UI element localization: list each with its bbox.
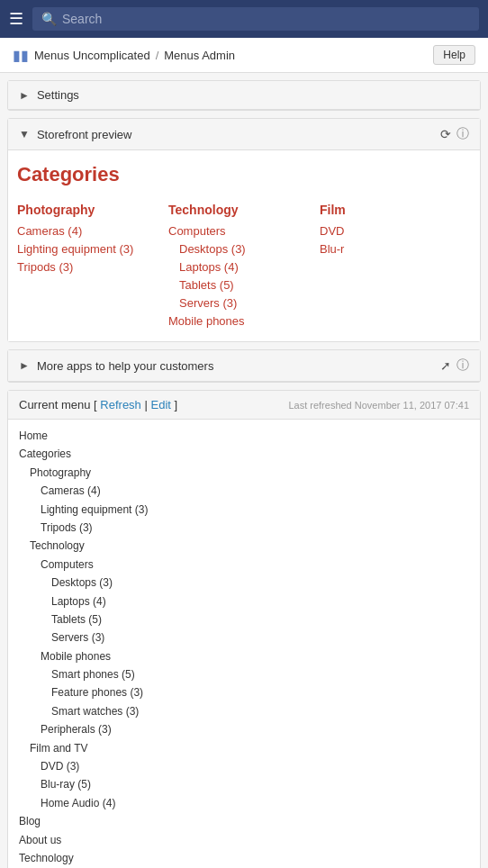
menu-tree: HomeCategoriesPhotographyCameras (4)Ligh… (8, 420, 480, 868)
top-nav: ☰ 🔍 Search (0, 0, 488, 38)
tree-item[interactable]: Lighting equipment (3) (19, 501, 469, 519)
more-apps-help-icon[interactable]: ⓘ (456, 357, 469, 374)
more-apps-arrow-icon: ► (19, 359, 30, 372)
tree-item[interactable]: Film and TV (19, 739, 469, 757)
category-col-technology: Technology Computers Desktops (3) Laptop… (168, 203, 320, 332)
tree-item[interactable]: Home Audio (4) (19, 794, 469, 812)
settings-arrow-icon: ► (19, 89, 30, 102)
category-item[interactable]: Blu-r (320, 242, 462, 256)
category-item[interactable]: Tablets (5) (168, 278, 311, 292)
category-item[interactable]: Lighting equipment (3) (17, 242, 159, 256)
edit-link[interactable]: Edit (151, 398, 171, 411)
tree-item[interactable]: Tripods (3) (19, 519, 469, 537)
category-item[interactable]: Tripods (3) (17, 260, 159, 274)
categories-heading: Categories (17, 159, 471, 190)
settings-panel-title: Settings (37, 88, 469, 102)
breadcrumb-bar: ▮▮ Menus Uncomplicated / Menus Admin Hel… (0, 38, 488, 73)
category-item[interactable]: Mobile phones (168, 314, 311, 328)
refresh-link[interactable]: Refresh (100, 398, 141, 411)
tree-item[interactable]: Peripherals (3) (19, 720, 469, 738)
category-item[interactable]: Cameras (4) (17, 224, 159, 238)
more-apps-link-icon[interactable]: ➚ (440, 358, 451, 373)
storefront-help-icon[interactable]: ⓘ (456, 126, 469, 142)
category-col-title-film[interactable]: Film (320, 203, 462, 217)
hamburger-icon[interactable]: ☰ (9, 9, 23, 29)
search-bar[interactable]: 🔍 Search (32, 7, 479, 31)
tree-item[interactable]: Smart watches (3) (19, 702, 469, 720)
current-menu-timestamp: Last refreshed November 11, 2017 07:41 (288, 400, 469, 411)
breadcrumb: ▮▮ Menus Uncomplicated / Menus Admin (13, 47, 235, 64)
more-apps-panel-title: More apps to help your customers (37, 359, 435, 373)
more-apps-panel-header[interactable]: ► More apps to help your customers ➚ ⓘ (8, 350, 480, 382)
tree-item[interactable]: Tablets (5) (19, 610, 469, 628)
current-menu-label: Current menu [ (19, 398, 97, 411)
help-button[interactable]: Help (433, 45, 475, 65)
more-apps-panel: ► More apps to help your customers ➚ ⓘ (7, 349, 481, 383)
tree-item[interactable]: Desktops (3) (19, 574, 469, 592)
storefront-panel: ▼ Storefront preview ⟳ ⓘ Categories Phot… (7, 118, 481, 342)
category-item[interactable]: Desktops (3) (168, 242, 311, 256)
tree-item[interactable]: Cameras (4) (19, 482, 469, 500)
category-col-title-photography[interactable]: Photography (17, 203, 159, 217)
tree-item[interactable]: Categories (19, 445, 469, 463)
category-item[interactable]: DVD (320, 224, 462, 238)
current-menu-header: Current menu [ Refresh | Edit ] Last ref… (8, 391, 480, 420)
tree-item[interactable]: Mobile phones (19, 647, 469, 665)
breadcrumb-current-page: Menus Admin (164, 49, 235, 62)
tree-item[interactable]: Feature phones (3) (19, 683, 469, 701)
category-item[interactable]: Laptops (4) (168, 260, 311, 274)
app-icon: ▮▮ (13, 47, 29, 64)
category-col-title-technology[interactable]: Technology (168, 203, 311, 217)
close-bracket: ] (175, 398, 178, 411)
tree-item[interactable]: Photography (19, 464, 469, 482)
tree-item[interactable]: Home (19, 427, 469, 445)
storefront-panel-title: Storefront preview (37, 128, 435, 141)
categories-grid: Photography Cameras (4) Lighting equipme… (17, 203, 471, 332)
settings-panel: ► Settings (7, 80, 481, 111)
search-placeholder: Search (62, 12, 102, 26)
breadcrumb-separator: / (156, 49, 159, 62)
tree-item[interactable]: Blu-ray (5) (19, 775, 469, 793)
search-icon: 🔍 (41, 12, 57, 26)
tree-item[interactable]: Technology (19, 849, 469, 867)
storefront-arrow-icon: ▼ (19, 128, 30, 140)
storefront-panel-header[interactable]: ▼ Storefront preview ⟳ ⓘ (8, 119, 480, 150)
category-item[interactable]: Servers (3) (168, 296, 311, 310)
tree-item[interactable]: Laptops (4) (19, 592, 469, 610)
category-col-photography: Photography Cameras (4) Lighting equipme… (17, 203, 168, 332)
tree-item[interactable]: DVD (3) (19, 757, 469, 775)
tree-item[interactable]: About us (19, 831, 469, 849)
current-menu-title: Current menu [ Refresh | Edit ] (19, 398, 177, 411)
tree-item[interactable]: Blog (19, 812, 469, 830)
tree-item[interactable]: Computers (19, 556, 469, 574)
category-item[interactable]: Computers (168, 224, 311, 238)
storefront-refresh-icon[interactable]: ⟳ (440, 127, 451, 141)
settings-panel-header[interactable]: ► Settings (8, 81, 480, 110)
breadcrumb-app-name[interactable]: Menus Uncomplicated (34, 49, 150, 62)
tree-item[interactable]: Smart phones (5) (19, 665, 469, 683)
tree-item[interactable]: Technology (19, 537, 469, 555)
tree-item[interactable]: Servers (3) (19, 628, 469, 646)
pipe-separator: | (144, 398, 147, 411)
storefront-content: Categories Photography Cameras (4) Light… (8, 150, 480, 341)
category-col-film: Film DVD Blu-r (320, 203, 471, 332)
current-menu-section: Current menu [ Refresh | Edit ] Last ref… (7, 390, 481, 868)
